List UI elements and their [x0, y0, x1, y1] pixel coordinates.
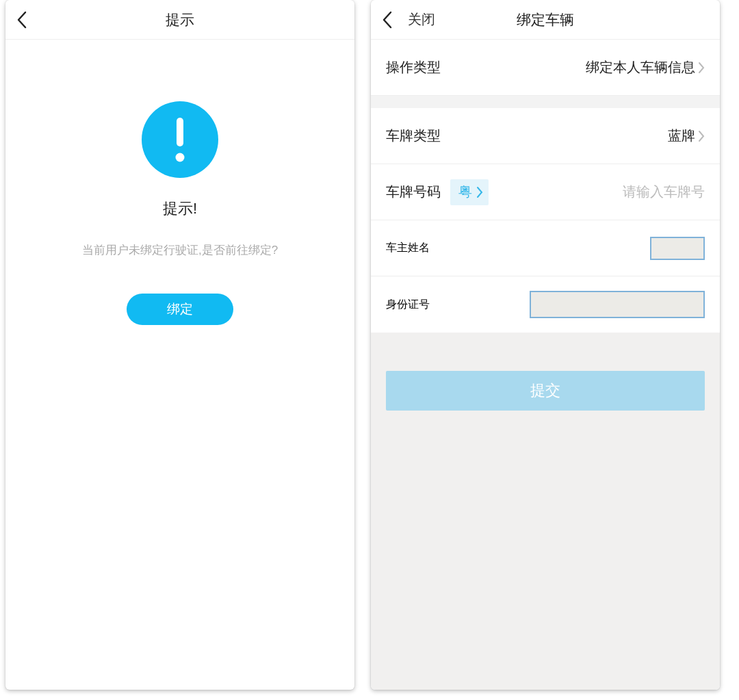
owner-name-input[interactable] [650, 237, 705, 260]
form-footer: 提交 [371, 333, 720, 690]
svg-rect-0 [177, 118, 183, 146]
row-plate-type[interactable]: 车牌类型 蓝牌 [371, 108, 720, 164]
prompt-area: 提示! 当前用户未绑定行驶证,是否前往绑定? 绑定 [5, 40, 354, 690]
row-operation-type[interactable]: 操作类型 绑定本人车辆信息 [371, 40, 720, 96]
row-label: 车主姓名 [386, 241, 430, 255]
back-icon[interactable] [380, 13, 394, 27]
prompt-subtitle: 当前用户未绑定行驶证,是否前往绑定? [82, 242, 278, 258]
close-button[interactable]: 关闭 [408, 10, 435, 29]
exclamation-icon [142, 101, 218, 178]
submit-button[interactable]: 提交 [386, 371, 705, 411]
screen-prompt: 提示 提示! 当前用户未绑定行驶证,是否前往绑定? 绑定 [5, 0, 354, 690]
section-divider [371, 96, 720, 108]
plate-number-input[interactable]: 请输入车牌号 [623, 183, 705, 201]
row-label: 操作类型 [386, 58, 441, 77]
row-value: 绑定本人车辆信息 [586, 58, 695, 77]
row-label: 车牌类型 [386, 127, 441, 145]
prompt-title: 提示! [163, 198, 197, 219]
page-title: 提示 [5, 10, 354, 29]
navbar: 关闭 绑定车辆 [371, 0, 720, 40]
province-selector[interactable]: 粤 [450, 179, 489, 205]
chevron-right-icon [698, 62, 705, 74]
id-number-input[interactable] [530, 291, 705, 318]
row-label: 身份证号 [386, 298, 430, 312]
navbar: 提示 [5, 0, 354, 40]
svg-point-1 [176, 153, 185, 162]
row-value: 蓝牌 [668, 127, 695, 145]
form-list: 操作类型 绑定本人车辆信息 车牌类型 蓝牌 [371, 40, 720, 333]
bind-button[interactable]: 绑定 [127, 294, 233, 325]
chevron-right-icon [698, 130, 705, 142]
row-plate-number: 车牌号码 粤 请输入车牌号 [371, 164, 720, 220]
province-value: 粤 [458, 183, 472, 201]
back-icon[interactable] [15, 13, 29, 27]
screen-bind-vehicle: 关闭 绑定车辆 操作类型 绑定本人车辆信息 车牌类型 蓝牌 [371, 0, 720, 690]
chevron-right-icon [476, 186, 483, 198]
row-owner-name: 车主姓名 [371, 220, 720, 276]
row-label: 车牌号码 [386, 183, 441, 201]
row-id-number: 身份证号 [371, 276, 720, 333]
